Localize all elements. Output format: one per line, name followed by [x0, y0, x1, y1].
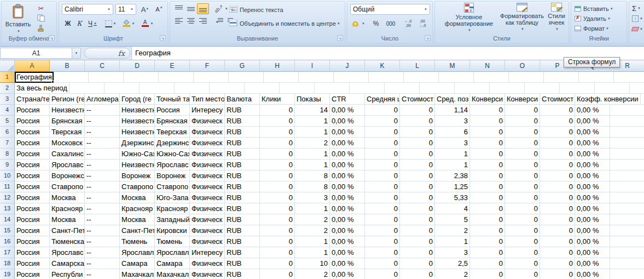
cell-E16[interactable]: Тюмень	[155, 236, 190, 247]
cell-Q17[interactable]: 0,00 %	[575, 247, 610, 258]
cell-I17[interactable]: 1	[295, 247, 330, 258]
cell-N7[interactable]: 0	[470, 138, 505, 149]
cell-A18[interactable]: Россия	[15, 258, 50, 269]
cell-N12[interactable]: 0	[470, 192, 505, 203]
cell-N1[interactable]	[474, 72, 509, 83]
cell-O16[interactable]: 0	[505, 236, 540, 247]
cell-J16[interactable]: 0,00 %	[330, 236, 365, 247]
cell-D6[interactable]: Неизвестн	[120, 127, 155, 138]
cell-L8[interactable]: 0	[400, 149, 435, 160]
cell-H16[interactable]: 0	[260, 236, 295, 247]
cell-J6[interactable]: 0,00 %	[330, 127, 365, 138]
cell-L5[interactable]: 0	[400, 116, 435, 127]
cell-E4[interactable]: Россия	[155, 105, 190, 116]
cell-L4[interactable]: 0	[400, 105, 435, 116]
cell-D1[interactable]	[124, 72, 159, 83]
cell-K15[interactable]: 0	[365, 225, 400, 236]
insert-function-button[interactable]: fx	[84, 48, 130, 59]
cell-P6[interactable]: 0	[540, 127, 575, 138]
cell-J5[interactable]: 0,00 %	[330, 116, 365, 127]
cell-J2[interactable]	[350, 83, 385, 94]
cell-H9[interactable]: 0	[260, 160, 295, 170]
align-top-button[interactable]	[173, 3, 185, 14]
cell-H17[interactable]: 0	[260, 247, 295, 258]
cell-K8[interactable]: 0	[365, 149, 400, 160]
cell-P7[interactable]: 0	[540, 138, 575, 149]
cell-B2[interactable]	[69, 83, 105, 94]
cell-F14[interactable]: Физическ	[190, 214, 225, 225]
align-center-button[interactable]	[185, 16, 197, 27]
cell-P8[interactable]: 0	[540, 149, 575, 160]
cell-I18[interactable]: 10	[295, 258, 330, 269]
cell-R15[interactable]	[610, 225, 644, 236]
cell-P10[interactable]: 0	[540, 170, 575, 181]
bold-button[interactable]: Ж	[62, 18, 73, 29]
delete-cells-button[interactable]: ✗ Удалить ▼	[575, 14, 611, 24]
cell-A12[interactable]: Россия	[15, 192, 50, 203]
column-header-J[interactable]: J	[330, 60, 365, 72]
cell-R1[interactable]	[614, 72, 644, 83]
cell-P9[interactable]: 0	[540, 160, 575, 170]
cell-P17[interactable]: 0	[540, 247, 575, 258]
cell-G2[interactable]	[245, 83, 280, 94]
cell-B4[interactable]: Неизвестн	[50, 105, 85, 116]
cell-G17[interactable]: RUB	[225, 247, 260, 258]
cell-K12[interactable]: 0	[365, 192, 400, 203]
cell-O12[interactable]: 0	[505, 192, 540, 203]
cell-B14[interactable]: Москва	[50, 214, 85, 225]
cell-F5[interactable]: Физическ	[190, 116, 225, 127]
cell-Q14[interactable]: 0,00 %	[575, 214, 610, 225]
cell-Q11[interactable]: 0,00 %	[575, 181, 610, 192]
percent-style-button[interactable]: %	[370, 18, 382, 29]
cell-F3[interactable]: Тип место	[190, 94, 225, 105]
row-header-7[interactable]: 7	[0, 138, 15, 149]
cell-C1[interactable]	[89, 72, 124, 83]
font-name-select[interactable]: Calibri ▼	[62, 4, 113, 15]
cell-M14[interactable]: 5	[435, 214, 470, 225]
cell-H1[interactable]	[264, 72, 299, 83]
cell-G3[interactable]: Валюта	[225, 94, 260, 105]
cell-M10[interactable]: 2,38	[435, 170, 470, 181]
cell-Q15[interactable]: 0,00 %	[575, 225, 610, 236]
cell-E13[interactable]: Краснояр	[155, 203, 190, 214]
cell-M9[interactable]: 1	[435, 160, 470, 170]
cell-L18[interactable]: 0	[400, 258, 435, 269]
align-left-button[interactable]	[173, 16, 185, 27]
cell-E1[interactable]	[159, 72, 194, 83]
cell-Q2[interactable]	[595, 83, 630, 94]
cell-M3[interactable]: Сред. поз	[435, 94, 470, 105]
cell-A9[interactable]: Россия	[15, 160, 50, 170]
cell-R13[interactable]	[610, 203, 644, 214]
cell-N10[interactable]: 0	[470, 170, 505, 181]
cell-J12[interactable]: 0,00 %	[330, 192, 365, 203]
cell-Q10[interactable]: 0,00 %	[575, 170, 610, 181]
row-header-15[interactable]: 15	[0, 225, 15, 236]
column-header-B[interactable]: B	[50, 60, 85, 72]
cell-O17[interactable]: 0	[505, 247, 540, 258]
cell-Q6[interactable]: 0,00 %	[575, 127, 610, 138]
merge-center-button[interactable]: Объединить и поместить в центре ▼	[229, 19, 340, 29]
cell-M8[interactable]: 1	[435, 149, 470, 160]
cell-I2[interactable]	[315, 83, 350, 94]
cell-Q9[interactable]: 0,00 %	[575, 160, 610, 170]
cell-L1[interactable]	[404, 72, 439, 83]
cell-L14[interactable]: 0	[400, 214, 435, 225]
cell-L13[interactable]: 0	[400, 203, 435, 214]
cell-E6[interactable]: Тверская	[155, 127, 190, 138]
cell-G9[interactable]: RUB	[225, 160, 260, 170]
font-dialog-launcher[interactable]: ↘	[160, 35, 166, 41]
decrease-indent-button[interactable]: ◂	[213, 16, 225, 27]
cell-R14[interactable]	[610, 214, 644, 225]
wrap-text-button[interactable]: Перенос текста	[229, 5, 283, 15]
cell-K5[interactable]: 0	[365, 116, 400, 127]
row-header-14[interactable]: 14	[0, 214, 15, 225]
row-header-8[interactable]: 8	[0, 149, 15, 160]
font-size-select[interactable]: 11 ▼	[115, 4, 136, 15]
cell-O10[interactable]: 0	[505, 170, 540, 181]
autosum-button[interactable]: Σ ▼	[632, 3, 641, 13]
cell-I3[interactable]: Показы	[295, 94, 330, 105]
cell-B12[interactable]: Москва	[50, 192, 85, 203]
decrease-decimal-button[interactable]: ,00→,0	[416, 18, 429, 29]
cell-O7[interactable]: 0	[505, 138, 540, 149]
cell-R10[interactable]	[610, 170, 644, 181]
